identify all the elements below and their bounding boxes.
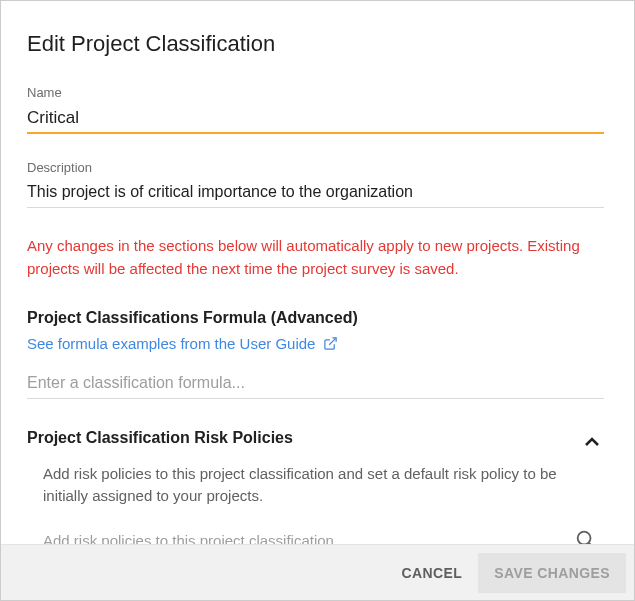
risk-policies-header[interactable]: Project Classification Risk Policies xyxy=(27,429,604,455)
formula-examples-link[interactable]: See formula examples from the User Guide xyxy=(27,335,315,352)
name-input[interactable] xyxy=(27,106,604,134)
svg-line-2 xyxy=(589,542,593,544)
risk-policies-search-row xyxy=(27,528,604,545)
description-label: Description xyxy=(27,160,604,175)
chevron-up-icon xyxy=(580,430,604,454)
dialog-footer: CANCEL SAVE CHANGES xyxy=(1,544,634,600)
svg-line-0 xyxy=(330,337,337,344)
search-icon[interactable] xyxy=(574,528,596,545)
description-field: Description xyxy=(27,160,604,208)
save-button[interactable]: SAVE CHANGES xyxy=(478,553,626,593)
external-link-icon xyxy=(323,336,338,351)
dialog-body: Edit Project Classification Name Descrip… xyxy=(1,1,634,544)
risk-policies-subtext: Add risk policies to this project classi… xyxy=(27,463,604,508)
cancel-button[interactable]: CANCEL xyxy=(385,553,478,593)
name-label: Name xyxy=(27,85,604,100)
warning-text: Any changes in the sections below will a… xyxy=(27,234,604,281)
description-input[interactable] xyxy=(27,181,604,208)
formula-input[interactable] xyxy=(27,370,604,399)
svg-point-1 xyxy=(578,531,591,544)
risk-policies-heading: Project Classification Risk Policies xyxy=(27,429,293,447)
page-title: Edit Project Classification xyxy=(27,31,604,57)
name-field: Name xyxy=(27,85,604,134)
risk-policies-search-input[interactable] xyxy=(43,528,600,545)
formula-link-row: See formula examples from the User Guide xyxy=(27,335,604,352)
formula-heading: Project Classifications Formula (Advance… xyxy=(27,309,604,327)
